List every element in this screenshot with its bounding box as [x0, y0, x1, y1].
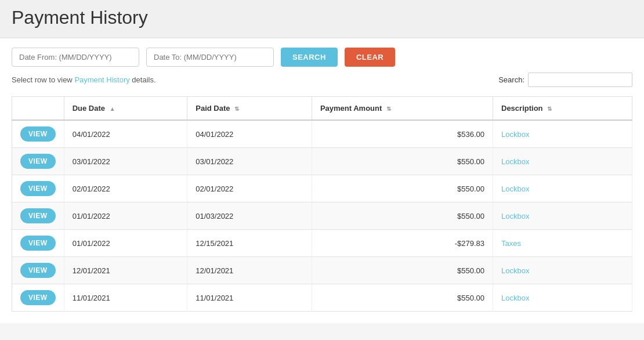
- description-link[interactable]: Lockbox: [501, 266, 529, 275]
- search-label: Search:: [498, 75, 524, 84]
- view-button[interactable]: VIEW: [20, 236, 56, 251]
- view-button[interactable]: VIEW: [20, 181, 56, 196]
- table-cell-view: VIEW: [12, 175, 64, 202]
- date-to-input[interactable]: [146, 48, 274, 67]
- table-row[interactable]: VIEW03/01/202203/01/2022$550.00Lockbox: [12, 148, 632, 175]
- view-button[interactable]: VIEW: [20, 290, 56, 305]
- table-cell-paid-date: 02/01/2022: [187, 175, 312, 202]
- sort-icon-description: ⇅: [547, 106, 552, 112]
- description-link[interactable]: Taxes: [501, 239, 521, 248]
- table-row[interactable]: VIEW04/01/202204/01/2022$536.00Lockbox: [12, 120, 632, 148]
- table-cell-description: Lockbox: [493, 257, 632, 284]
- table-cell-payment-amount: -$279.83: [312, 230, 493, 257]
- description-link[interactable]: Lockbox: [501, 185, 529, 193]
- col-header-description[interactable]: Description ⇅: [493, 97, 632, 121]
- view-button[interactable]: VIEW: [20, 126, 56, 142]
- table-cell-due-date: 02/01/2022: [64, 175, 187, 202]
- description-link[interactable]: Lockbox: [501, 212, 529, 220]
- page-title: Payment History: [12, 7, 632, 28]
- date-from-input[interactable]: [12, 48, 139, 67]
- table-cell-view: VIEW: [12, 257, 64, 284]
- col-header-payment-amount[interactable]: Payment Amount ⇅: [312, 97, 493, 121]
- table-cell-due-date: 11/01/2021: [64, 284, 187, 312]
- table-cell-description: Lockbox: [493, 120, 632, 148]
- table-cell-view: VIEW: [12, 202, 64, 230]
- table-cell-view: VIEW: [12, 120, 64, 148]
- table-cell-due-date: 03/01/2022: [64, 148, 187, 175]
- table-cell-description: Lockbox: [493, 202, 632, 230]
- controls-row: SEARCH CLEAR: [12, 48, 632, 67]
- search-row: Search:: [498, 73, 632, 87]
- table-cell-due-date: 01/01/2022: [64, 230, 187, 257]
- info-highlight: Payment History: [74, 75, 129, 84]
- clear-button[interactable]: CLEAR: [345, 48, 395, 67]
- table-cell-view: VIEW: [12, 284, 64, 312]
- table-cell-due-date: 12/01/2021: [64, 257, 187, 284]
- controls-area: SEARCH CLEAR Select row to view Payment …: [0, 38, 644, 96]
- table-container: Due Date ▲ Paid Date ⇅ Payment Amount ⇅ …: [0, 96, 644, 323]
- sort-icon-payment-amount: ⇅: [386, 106, 391, 112]
- description-link[interactable]: Lockbox: [501, 157, 529, 166]
- table-cell-paid-date: 03/01/2022: [187, 148, 312, 175]
- view-button[interactable]: VIEW: [20, 154, 56, 169]
- col-header-view: [12, 97, 64, 121]
- table-row[interactable]: VIEW12/01/202112/01/2021$550.00Lockbox: [12, 257, 632, 284]
- table-cell-description: Lockbox: [493, 284, 632, 312]
- table-search-input[interactable]: [528, 73, 632, 87]
- payment-table: Due Date ▲ Paid Date ⇅ Payment Amount ⇅ …: [12, 96, 632, 312]
- info-row: Select row to view Payment History detai…: [12, 73, 632, 87]
- table-cell-description: Taxes: [493, 230, 632, 257]
- table-cell-payment-amount: $550.00: [312, 284, 493, 312]
- table-cell-description: Lockbox: [493, 175, 632, 202]
- sort-icon-due-date: ▲: [110, 106, 115, 112]
- info-message: Select row to view Payment History detai…: [12, 75, 156, 84]
- page-header: Payment History: [0, 0, 644, 38]
- table-row[interactable]: VIEW11/01/202111/01/2021$550.00Lockbox: [12, 284, 632, 312]
- table-cell-due-date: 04/01/2022: [64, 120, 187, 148]
- col-header-paid-date[interactable]: Paid Date ⇅: [187, 97, 312, 121]
- col-header-due-date[interactable]: Due Date ▲: [64, 97, 187, 121]
- table-cell-payment-amount: $550.00: [312, 148, 493, 175]
- table-cell-payment-amount: $550.00: [312, 202, 493, 230]
- table-cell-view: VIEW: [12, 148, 64, 175]
- sort-icon-paid-date: ⇅: [234, 106, 239, 112]
- table-cell-paid-date: 01/03/2022: [187, 202, 312, 230]
- table-body: VIEW04/01/202204/01/2022$536.00LockboxVI…: [12, 120, 632, 312]
- table-cell-payment-amount: $550.00: [312, 175, 493, 202]
- table-header: Due Date ▲ Paid Date ⇅ Payment Amount ⇅ …: [12, 97, 632, 121]
- table-cell-paid-date: 11/01/2021: [187, 284, 312, 312]
- table-row[interactable]: VIEW02/01/202202/01/2022$550.00Lockbox: [12, 175, 632, 202]
- table-row[interactable]: VIEW01/01/202212/15/2021-$279.83Taxes: [12, 230, 632, 257]
- table-cell-description: Lockbox: [493, 148, 632, 175]
- table-row[interactable]: VIEW01/01/202201/03/2022$550.00Lockbox: [12, 202, 632, 230]
- description-link[interactable]: Lockbox: [501, 130, 529, 139]
- search-button[interactable]: SEARCH: [281, 48, 338, 67]
- view-button[interactable]: VIEW: [20, 208, 56, 223]
- table-cell-paid-date: 04/01/2022: [187, 120, 312, 148]
- table-cell-payment-amount: $536.00: [312, 120, 493, 148]
- table-cell-payment-amount: $550.00: [312, 257, 493, 284]
- table-header-row: Due Date ▲ Paid Date ⇅ Payment Amount ⇅ …: [12, 97, 632, 121]
- table-cell-due-date: 01/01/2022: [64, 202, 187, 230]
- description-link[interactable]: Lockbox: [501, 294, 529, 302]
- table-cell-view: VIEW: [12, 230, 64, 257]
- view-button[interactable]: VIEW: [20, 263, 56, 278]
- table-cell-paid-date: 12/15/2021: [187, 230, 312, 257]
- table-cell-paid-date: 12/01/2021: [187, 257, 312, 284]
